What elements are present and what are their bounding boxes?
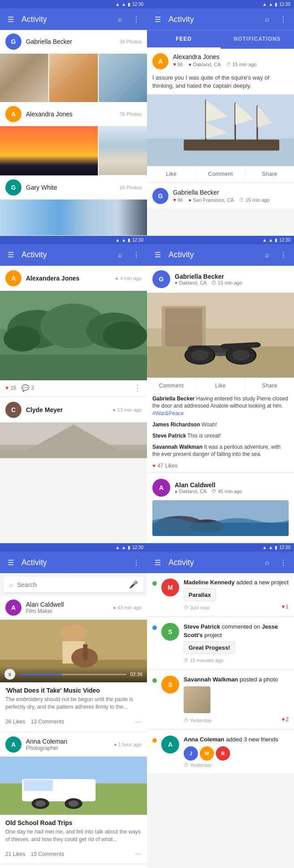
user-row-2[interactable]: A Alexandra Jones 76 Photos <box>0 102 147 126</box>
search-ml[interactable]: ⌕ <box>115 250 126 260</box>
notif-content-4: Anna Coleman added 3 new friends J M R ⏱ <box>184 736 289 768</box>
search-icon-tr[interactable]: ⌕ <box>262 14 273 25</box>
more-br[interactable]: ⋮ <box>278 557 289 568</box>
title-ml: Activity <box>21 250 109 260</box>
more-ml[interactable]: ⋮ <box>131 250 142 260</box>
notif-item-4[interactable]: A Anna Coleman added 3 new friends J M R <box>147 730 294 773</box>
avatar-ac-video: A <box>5 600 21 616</box>
signal-ml: ▲ <box>115 238 120 243</box>
user-row-3[interactable]: G Gary White 16 Photos <box>0 176 147 199</box>
progress-bar[interactable] <box>19 674 126 675</box>
anna-user-row: A Anna Coleman Photographer ● 1 hour ago <box>0 733 147 756</box>
like-count: ♥ 47 Likes <box>152 463 178 469</box>
mic-icon[interactable]: 🎤 <box>129 580 138 589</box>
more-options-video[interactable]: ··· <box>135 717 142 727</box>
post2-time: ● 13 min ago <box>113 407 142 413</box>
svg-point-17 <box>103 321 147 349</box>
signal-icon-tr: ▲ <box>262 2 267 7</box>
avatar-ac-mr: A <box>152 479 170 497</box>
wifi-icon-tr: ▲ <box>269 2 273 7</box>
notif-item-3[interactable]: S Savannah Walkman posted a photo ⏱ Yest… <box>147 670 294 728</box>
app-bar-mr: ☰ Activity ⌕ ⋮ <box>147 244 294 266</box>
app-bar-tl: ☰ Activity ⌕ ⋮ <box>0 9 147 30</box>
post2-username: Clyde Meyer <box>26 406 108 413</box>
search-icon[interactable]: ⌕ <box>115 14 126 25</box>
avatar-gb: G <box>5 34 21 50</box>
app-title-tl: Activity <box>21 15 109 24</box>
menu-mr[interactable]: ☰ <box>152 250 163 260</box>
battery-ml: ▮ <box>128 238 130 243</box>
like-detail-btn[interactable]: Like <box>196 378 245 393</box>
detail-card: G Gabriella Becker ● Oakland, CA ⏱ 15 mi… <box>147 266 294 472</box>
friend-avatar-1: J <box>184 746 198 761</box>
like-btn[interactable]: Like <box>147 166 196 182</box>
anna-desc: One day he had met me, and fell into tal… <box>0 828 147 847</box>
video-title: 'What Does it Take' Music Video <box>0 682 147 696</box>
notif-comment: Great Progess! <box>184 641 235 654</box>
avatar-gw: G <box>5 179 21 196</box>
post2-name-mr: Alan Caldwell <box>175 481 289 489</box>
avatar-aj: A <box>5 106 21 122</box>
search-br[interactable]: ⌕ <box>262 557 273 568</box>
app-bar-tr: ☰ Activity ⌕ ⋮ <box>147 9 294 30</box>
photo-cell <box>0 54 48 102</box>
friend-avatar-3: R <box>216 746 230 761</box>
notif-item-1[interactable]: M Madeline Kennedy added a new project P… <box>147 573 294 616</box>
video-sub: Film Maker <box>26 608 64 614</box>
more-icon-tr[interactable]: ⋮ <box>278 14 289 25</box>
video-user-row: A Alan Caldwell Film Maker ● 43 min ago <box>0 596 147 619</box>
video-desc: The embroidery should not be begun until… <box>0 696 147 715</box>
search-mr[interactable]: ⌕ <box>262 250 273 260</box>
menu-icon[interactable]: ☰ <box>5 14 16 25</box>
notif-hearts-1: ♥ 1 <box>281 604 289 610</box>
more-icon[interactable]: ⋮ <box>131 14 142 25</box>
share-detail-btn[interactable]: Share <box>245 378 294 393</box>
menu-icon-tr[interactable]: ☰ <box>152 14 163 25</box>
menu-bl[interactable]: ☰ <box>5 557 16 568</box>
pause-btn[interactable]: ⏸ <box>4 669 15 680</box>
comment-count: 💬 3 <box>21 384 34 391</box>
menu-br[interactable]: ☰ <box>152 557 163 568</box>
anna-sub: Photographer <box>26 745 67 751</box>
anna-card: A Anna Coleman Photographer ● 1 hour ago <box>0 733 147 864</box>
comment-3: Steve Patrick This is unreal! <box>147 430 294 442</box>
more-bl[interactable]: ⋮ <box>131 557 142 568</box>
feed-header-1: A Alexandra Jones ♥ 96 ● Oakland, CA <box>147 49 294 74</box>
feed-meta: ♥ 96 ● Oakland, CA ⏱ 15 min ago <box>173 61 256 68</box>
share-btn[interactable]: Share <box>245 166 294 182</box>
more-options-anna[interactable]: ··· <box>135 849 142 859</box>
avatar-cm: C <box>5 402 21 418</box>
search-bar[interactable]: ⌕ 🎤 <box>4 577 143 592</box>
detail-actions: Comment Like Share <box>147 378 294 393</box>
tab-feed[interactable]: FEED <box>147 30 221 49</box>
status-bar-tl: Activity ▲ ▲ ▮ 12:30 <box>0 0 147 9</box>
app-title-tr: Activity <box>168 15 256 24</box>
post1-image <box>0 291 147 380</box>
notif-title-4: Anna Coleman added 3 new friends <box>184 736 289 744</box>
second-username: Gabriella Becker <box>173 189 270 196</box>
video-thumbnail[interactable]: ⏸ 02:36 <box>0 620 147 682</box>
comment-detail-btn[interactable]: Comment <box>147 378 196 393</box>
svg-point-49 <box>35 800 46 807</box>
wifi-icon: ▲ <box>122 2 126 7</box>
more-mr[interactable]: ⋮ <box>278 250 289 260</box>
detail-header: G Gabriella Becker ● Oakland, CA ⏱ 15 mi… <box>147 266 294 293</box>
status-bar-br: x ▲ ▲ ▮ 12:30 <box>147 543 294 552</box>
post-header-1: A Alexandera Jones ● 4 min ago <box>0 266 147 291</box>
search-input[interactable] <box>17 581 126 588</box>
more-options-1[interactable]: ⋮ <box>134 383 142 393</box>
tab-notifications[interactable]: NOTIFICATIONS <box>221 30 294 49</box>
screen-bot-left: x ▲ ▲ ▮ 12:30 ☰ Activity ⋮ ⌕ 🎤 A Alan Ca… <box>0 543 147 868</box>
comment-btn[interactable]: Comment <box>196 166 245 182</box>
post1-time: ● 4 min ago <box>115 276 142 281</box>
username-3: Gary White <box>26 184 57 191</box>
likes-row: ♥ 47 Likes <box>147 460 294 472</box>
friend-avatar-2: M <box>200 746 214 761</box>
notif-photo-sw <box>184 686 210 713</box>
madeline-row: M Madeline Kennedy <box>0 865 147 868</box>
notif-title-1: Madeline Kennedy added a new project <box>184 579 289 587</box>
user-row-1[interactable]: G Gabriella Becker 34 Photos <box>0 30 147 53</box>
notif-item-2[interactable]: S Steve Patrick commented on Jesse Scott… <box>147 617 294 668</box>
menu-ml[interactable]: ☰ <box>5 250 16 260</box>
svg-point-30 <box>191 350 209 361</box>
